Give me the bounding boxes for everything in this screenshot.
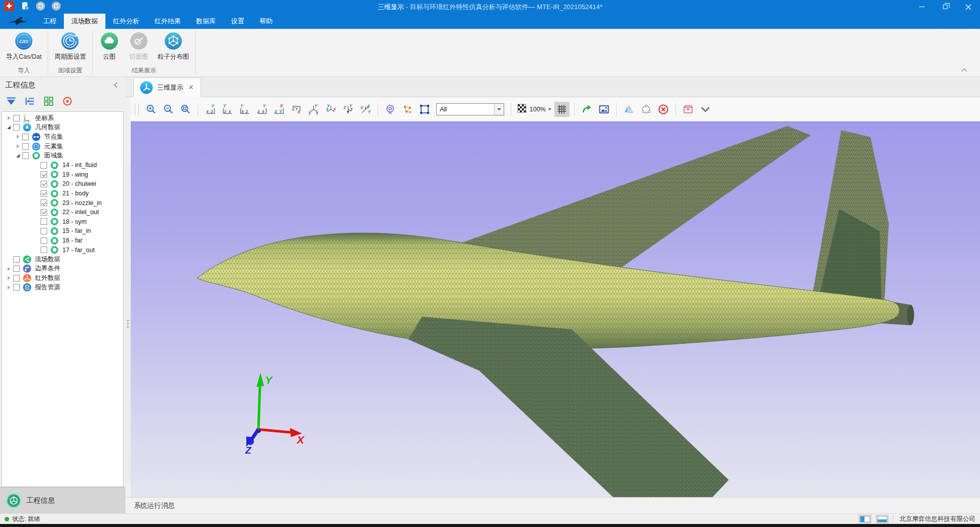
tree-item-5[interactable]: 14 - int_fluid	[2, 160, 123, 170]
zoom-in-button[interactable]	[143, 102, 159, 117]
menu-item-6[interactable]: 帮助	[252, 14, 280, 29]
restore-button[interactable]	[933, 0, 957, 14]
tree-checkbox[interactable]	[41, 162, 47, 169]
export-button[interactable]	[579, 102, 594, 117]
view-right-button[interactable]: zxY	[254, 102, 270, 117]
combo-dropdown-button[interactable]	[494, 104, 504, 115]
panel-bottom-tab[interactable]: 工程信息	[0, 487, 125, 513]
tree-item-10[interactable]: 22 - inlet_out	[2, 208, 123, 217]
3d-canvas[interactable]: Y X Z	[131, 121, 980, 497]
box-select-button[interactable]	[417, 102, 432, 117]
tree-item-2[interactable]: 节点集	[2, 132, 123, 142]
tree-item-9[interactable]: 23 - nozzle_in	[2, 198, 123, 208]
tree-checkbox[interactable]	[41, 247, 47, 253]
panel-splitter[interactable]	[125, 167, 131, 481]
view-top-button[interactable]: zYX	[272, 102, 287, 117]
iso-view-4-button[interactable]: xYz	[358, 102, 373, 117]
tree-checkbox[interactable]	[22, 152, 29, 159]
projection-button[interactable]	[383, 102, 398, 117]
mirror-button[interactable]	[621, 102, 636, 117]
tree-item-1[interactable]: 几何数据	[2, 123, 123, 133]
tree-expander[interactable]	[5, 265, 12, 272]
clear-button[interactable]	[656, 102, 671, 117]
particle-button[interactable]: 粒子分布图	[154, 32, 194, 61]
tree-item-8[interactable]: 21 - body	[2, 189, 123, 198]
zoom-fit-button[interactable]	[178, 102, 193, 117]
iso-view-2-button[interactable]: Yxz	[323, 102, 338, 117]
tree-item-6[interactable]: 19 - wing	[2, 170, 123, 180]
tree-item-13[interactable]: 16 - far	[2, 236, 123, 246]
package-button[interactable]	[681, 102, 696, 117]
tree-checkbox[interactable]	[13, 275, 20, 281]
app-logo-button[interactable]	[4, 2, 14, 12]
tree-expander[interactable]	[5, 124, 12, 131]
tree-checkbox[interactable]	[41, 199, 47, 206]
close-button[interactable]	[957, 0, 980, 14]
ribbon-collapse-button[interactable]	[960, 67, 969, 74]
tree-item-14[interactable]: 17 - far_out	[2, 245, 123, 255]
tree-checkbox[interactable]	[41, 190, 47, 197]
tree-item-3[interactable]: 元素集	[2, 142, 123, 151]
dropdown-chevron-button[interactable]	[698, 102, 713, 117]
tree-item-16[interactable]: 边界条件	[2, 264, 123, 274]
tree-checkbox[interactable]	[41, 171, 47, 178]
particles-button[interactable]	[400, 102, 415, 117]
iso-view-1-button[interactable]: Yxz	[306, 102, 321, 117]
tree-checkbox[interactable]	[13, 124, 20, 131]
new-document-button[interactable]	[20, 2, 30, 12]
menu-item-4[interactable]: 数据库	[189, 14, 223, 29]
snapshot-button[interactable]	[596, 102, 612, 117]
menu-item-3[interactable]: 红外结果	[147, 14, 189, 29]
menu-item-0[interactable]: 工程	[35, 14, 64, 29]
toolbar-drag-handle[interactable]	[135, 104, 139, 115]
tree-item-7[interactable]: 20 - chuiwei	[2, 179, 123, 189]
slice-button[interactable]: 切面图	[124, 32, 154, 61]
tree-expander[interactable]	[5, 284, 12, 291]
minimize-button[interactable]	[910, 0, 933, 14]
tree-item-0[interactable]: Yzx坐标系	[2, 113, 123, 123]
tree-item-17[interactable]: 红外数据	[2, 273, 123, 283]
tree-expander[interactable]	[5, 274, 12, 281]
tree-item-18[interactable]: 报告资源	[2, 283, 123, 293]
tree-expander[interactable]	[14, 133, 21, 140]
panel-collapse-button[interactable]	[111, 80, 120, 90]
tree-checkbox[interactable]	[41, 181, 47, 187]
filter-button[interactable]	[5, 96, 17, 108]
opacity-zoom-control[interactable]: 100%	[517, 103, 551, 115]
tree-item-12[interactable]: 15 - far_in	[2, 226, 123, 236]
redo-button[interactable]	[51, 2, 61, 12]
tab-close-icon[interactable]: ✕	[187, 84, 195, 91]
menu-item-2[interactable]: 红外分析	[105, 14, 147, 29]
tab-3d-view[interactable]: 三维显示 ✕	[133, 77, 201, 97]
menu-item-1[interactable]: 流场数据	[64, 14, 105, 29]
iso-view-3-button[interactable]: zYx	[341, 102, 356, 117]
collapse-all-button[interactable]	[24, 96, 36, 108]
tree-checkbox[interactable]	[41, 237, 47, 244]
periodic-face-button[interactable]: 周期面设置	[50, 32, 90, 61]
tree-checkbox[interactable]	[13, 265, 20, 272]
view-back-button[interactable]: zxY	[220, 102, 235, 117]
lasso-button[interactable]	[638, 102, 654, 117]
layout-bottom-button[interactable]	[876, 515, 889, 523]
tree-checkbox[interactable]	[22, 143, 29, 150]
view-left-button[interactable]: xzY	[237, 102, 252, 117]
zoom-out-button[interactable]	[161, 102, 176, 117]
view-bottom-button[interactable]: ZYX	[289, 102, 304, 117]
tree-checkbox[interactable]	[13, 115, 20, 121]
tree-item-4[interactable]: 面域集	[2, 151, 123, 160]
mesh-toggle-button[interactable]	[554, 102, 570, 117]
group-view-button[interactable]	[43, 96, 55, 108]
tree-expander[interactable]	[5, 114, 12, 121]
locate-button[interactable]	[61, 96, 73, 108]
tree-expander[interactable]	[14, 152, 21, 159]
tree-checkbox[interactable]	[41, 209, 47, 216]
tree-checkbox[interactable]	[22, 134, 29, 140]
tree-checkbox[interactable]	[41, 218, 47, 225]
tree-checkbox[interactable]	[13, 256, 20, 263]
menu-item-5[interactable]: 设置	[223, 14, 252, 29]
layout-left-button[interactable]	[858, 515, 872, 523]
import-cas-dat-button[interactable]: cas导入Cas/Dat	[2, 32, 46, 61]
tree-item-15[interactable]: 流场数据	[2, 255, 123, 264]
tree-item-11[interactable]: 18 - sym	[2, 217, 123, 227]
undo-button[interactable]	[35, 2, 46, 12]
